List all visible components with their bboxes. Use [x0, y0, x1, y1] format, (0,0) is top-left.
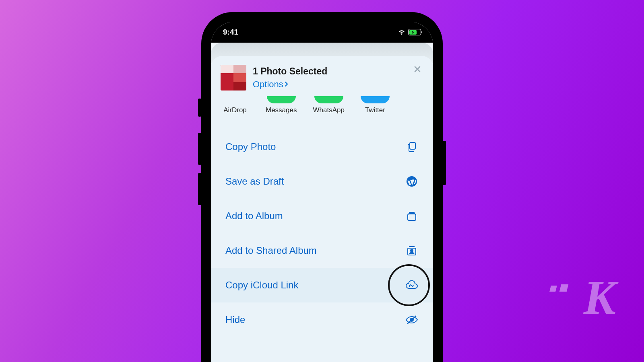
share-app-twitter[interactable]: Twitter: [361, 96, 390, 114]
phone-side-button: [198, 99, 201, 117]
svg-rect-0: [410, 142, 415, 149]
action-copy-photo[interactable]: Copy Photo: [211, 130, 433, 164]
share-sheet: 1 Photo Selected Options: [211, 56, 433, 362]
action-save-as-draft[interactable]: Save as Draft: [211, 164, 433, 199]
close-icon: [413, 64, 421, 76]
app-label: AirDrop: [223, 106, 247, 114]
svg-point-4: [411, 249, 413, 252]
share-sheet-header: 1 Photo Selected Options: [211, 56, 433, 94]
share-app-messages[interactable]: Messages: [266, 96, 297, 114]
action-copy-icloud-link[interactable]: Copy iCloud Link: [211, 268, 433, 302]
action-label: Save as Draft: [225, 176, 284, 187]
share-app-whatsapp[interactable]: WhatsApp: [313, 96, 344, 114]
photo-thumbnail[interactable]: [221, 65, 246, 90]
chevron-right-icon: [284, 79, 289, 90]
whatsapp-icon: [314, 96, 343, 103]
status-time: 9:41: [223, 28, 238, 37]
phone-side-button: [198, 133, 201, 165]
eye-slash-icon: [405, 313, 419, 327]
shared-album-icon: [405, 244, 419, 257]
share-sheet-title: 1 Photo Selected: [253, 66, 423, 77]
share-options-label: Options: [253, 79, 283, 90]
close-button[interactable]: [411, 63, 424, 77]
wifi-icon: [398, 29, 406, 35]
phone-screen: 9:41: [211, 22, 433, 362]
share-app-airdrop[interactable]: AirDrop: [221, 96, 250, 114]
phone-frame: 9:41: [201, 12, 443, 362]
action-hide[interactable]: Hide: [211, 302, 433, 337]
status-right: [398, 29, 421, 35]
app-label: Messages: [266, 106, 297, 114]
phone-notch: [274, 22, 370, 39]
action-label: Add to Shared Album: [225, 245, 317, 256]
share-options-link[interactable]: Options: [253, 79, 423, 90]
phone-side-button: [198, 173, 201, 205]
album-icon: [405, 209, 419, 223]
twitter-icon: [361, 96, 390, 103]
actions-list: Copy Photo Save as Draft: [211, 130, 433, 337]
wordpress-icon: [405, 175, 419, 188]
battery-icon: [408, 29, 421, 35]
action-add-to-album[interactable]: Add to Album: [211, 199, 433, 233]
action-label: Hide: [225, 314, 245, 325]
action-label: Copy iCloud Link: [225, 280, 298, 291]
copy-icon: [405, 140, 419, 154]
action-label: Add to Album: [225, 210, 283, 222]
messages-icon: [267, 96, 296, 103]
watermark-dots: [550, 284, 568, 292]
app-label: WhatsApp: [313, 106, 344, 114]
action-add-to-shared-album[interactable]: Add to Shared Album: [211, 233, 433, 268]
watermark-k: K: [584, 274, 614, 322]
action-label: Copy Photo: [225, 141, 276, 152]
cloud-link-icon: [405, 278, 419, 292]
airdrop-icon: [221, 96, 250, 103]
phone-side-button: [443, 141, 446, 185]
share-app-row[interactable]: AirDrop Messages WhatsApp Twitter: [211, 94, 433, 114]
svg-rect-2: [408, 214, 416, 220]
app-label: Twitter: [365, 106, 385, 114]
